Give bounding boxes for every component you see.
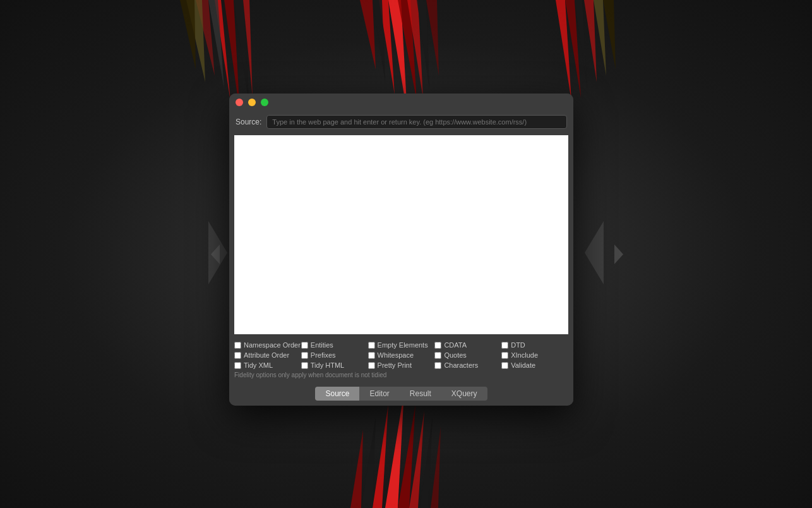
- source-label: Source:: [236, 118, 261, 126]
- option-pretty-print[interactable]: Pretty Print: [368, 361, 435, 370]
- nav-arrow-left[interactable]: [205, 238, 224, 270]
- label-cdata[interactable]: CDATA: [444, 341, 467, 349]
- label-quotes[interactable]: Quotes: [444, 351, 466, 359]
- option-attribute-order[interactable]: Attribute Order: [234, 351, 301, 360]
- label-xinclude[interactable]: XInclude: [511, 351, 538, 359]
- checkbox-empty-elements[interactable]: [368, 342, 375, 349]
- minimize-button[interactable]: [248, 99, 256, 106]
- fidelity-note: Fidelity options only apply when documen…: [234, 370, 568, 382]
- label-prefixes[interactable]: Prefixes: [311, 351, 336, 359]
- option-tidy-xml[interactable]: Tidy XML: [234, 361, 301, 370]
- content-area[interactable]: [234, 135, 568, 334]
- option-validate[interactable]: Validate: [501, 361, 568, 370]
- option-entities[interactable]: Entities: [301, 341, 368, 349]
- checkbox-whitespace[interactable]: [368, 352, 375, 359]
- label-whitespace[interactable]: Whitespace: [378, 351, 414, 359]
- label-entities[interactable]: Entities: [311, 341, 333, 349]
- tab-result[interactable]: Result: [400, 387, 441, 401]
- tab-bar: Source Editor Result XQuery: [229, 384, 573, 406]
- option-dtd[interactable]: DTD: [501, 341, 568, 349]
- toolbar: Source:: [229, 111, 573, 133]
- checkbox-quotes[interactable]: [434, 352, 441, 359]
- close-button[interactable]: [236, 99, 243, 106]
- tab-editor[interactable]: Editor: [359, 387, 399, 401]
- option-namespace-order[interactable]: Namespace Order: [234, 341, 301, 349]
- option-prefixes[interactable]: Prefixes: [301, 351, 368, 360]
- option-empty-elements[interactable]: Empty Elements: [368, 341, 435, 349]
- option-quotes[interactable]: Quotes: [434, 351, 501, 360]
- main-window: Source: Namespace Order Entities Empty E…: [229, 94, 573, 406]
- label-namespace-order[interactable]: Namespace Order: [244, 341, 301, 349]
- checkbox-namespace-order[interactable]: [234, 342, 241, 349]
- label-validate[interactable]: Validate: [511, 361, 535, 369]
- label-tidy-xml[interactable]: Tidy XML: [244, 361, 273, 369]
- options-grid: Namespace Order Entities Empty Elements …: [234, 341, 568, 370]
- option-characters[interactable]: Characters: [434, 361, 501, 370]
- checkbox-xinclude[interactable]: [501, 352, 508, 359]
- zoom-button[interactable]: [261, 99, 268, 106]
- label-attribute-order[interactable]: Attribute Order: [244, 351, 289, 359]
- checkbox-tidy-xml[interactable]: [234, 362, 241, 369]
- checkbox-dtd[interactable]: [501, 342, 508, 349]
- titlebar: [229, 94, 573, 111]
- checkbox-characters[interactable]: [434, 362, 441, 369]
- checkbox-validate[interactable]: [501, 362, 508, 369]
- option-whitespace[interactable]: Whitespace: [368, 351, 435, 360]
- label-dtd[interactable]: DTD: [511, 341, 525, 349]
- options-area: Namespace Order Entities Empty Elements …: [229, 337, 573, 384]
- tab-source[interactable]: Source: [315, 387, 359, 401]
- option-tidy-html[interactable]: Tidy HTML: [301, 361, 368, 370]
- option-cdata[interactable]: CDATA: [434, 341, 501, 349]
- checkbox-entities[interactable]: [301, 342, 308, 349]
- label-characters[interactable]: Characters: [444, 361, 478, 369]
- option-xinclude[interactable]: XInclude: [501, 351, 568, 360]
- tab-xquery[interactable]: XQuery: [441, 387, 487, 401]
- nav-arrow-right[interactable]: [610, 238, 629, 270]
- svg-marker-33: [614, 245, 623, 264]
- source-input[interactable]: [266, 115, 567, 129]
- label-tidy-html[interactable]: Tidy HTML: [311, 361, 344, 369]
- label-empty-elements[interactable]: Empty Elements: [378, 341, 428, 349]
- checkbox-tidy-html[interactable]: [301, 362, 308, 369]
- label-pretty-print[interactable]: Pretty Print: [378, 361, 412, 369]
- checkbox-cdata[interactable]: [434, 342, 441, 349]
- checkbox-attribute-order[interactable]: [234, 352, 241, 359]
- checkbox-prefixes[interactable]: [301, 352, 308, 359]
- checkbox-pretty-print[interactable]: [368, 362, 375, 369]
- svg-marker-32: [211, 245, 220, 264]
